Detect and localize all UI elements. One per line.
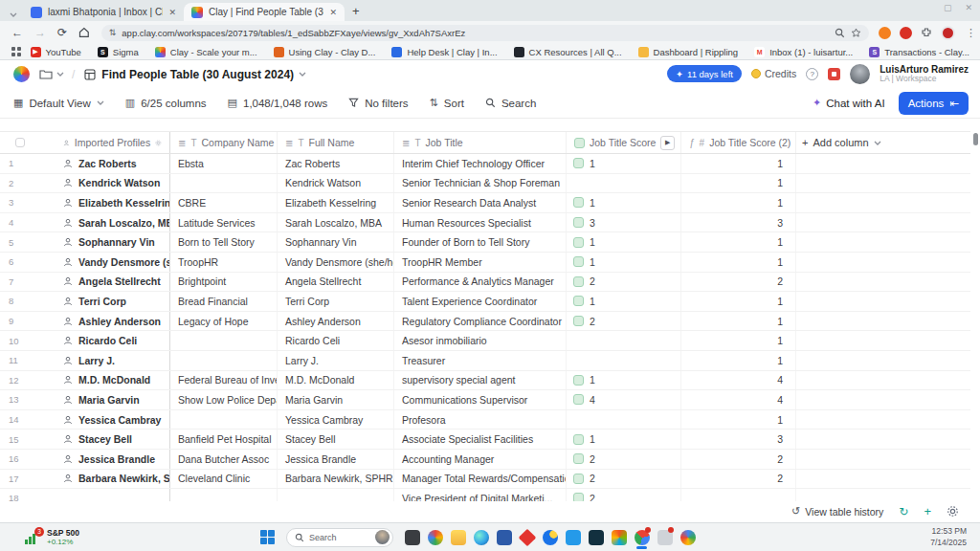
rows-button[interactable]: ▤1,048/1,048 rows <box>228 97 328 109</box>
job-title-score-cell[interactable] <box>567 351 681 370</box>
imported-profile-cell[interactable]: Vandy Densmore (sh... <box>29 253 170 272</box>
select-all-checkbox[interactable] <box>15 138 25 147</box>
table-row[interactable]: 15 Stacey Bell Banfield Pet Hospital Sta… <box>0 430 970 450</box>
imported-profile-cell[interactable]: Elizabeth Kesselring <box>29 193 170 212</box>
add-row-icon[interactable]: + <box>924 504 931 518</box>
job-title-score-2-cell[interactable]: 3 <box>681 430 796 449</box>
home-icon[interactable] <box>78 27 90 38</box>
table-row[interactable]: 17 Barbara Newkirk, SP... Cleveland Clin… <box>0 470 970 490</box>
table-row[interactable]: 8 Terri Corp Bread Financial Terri Corp … <box>0 292 970 312</box>
column-header-job-title-score-2[interactable]: ƒ#Job Title Score (2) <box>681 132 796 153</box>
browser-profile-avatar[interactable] <box>941 26 955 40</box>
extensions-puzzle-icon[interactable] <box>921 27 932 38</box>
job-title-cell[interactable]: Talent Experience Coordinator <box>394 292 567 311</box>
table-row[interactable]: 13 Maria Garvin Show Low Police Departme… <box>0 390 970 410</box>
extension-icon[interactable] <box>879 27 891 39</box>
full-name-cell[interactable]: Barbara Newkirk, SPHR, CC... <box>278 470 394 489</box>
job-title-score-2-cell[interactable]: 1 <box>681 331 796 350</box>
bookmark-item[interactable]: Help Desk | Clay | In... <box>391 47 497 57</box>
job-title-score-2-cell[interactable]: 1 <box>681 232 796 252</box>
job-title-cell[interactable]: Profesora <box>394 410 567 430</box>
company-name-cell[interactable]: Legacy of Hope <box>170 312 278 331</box>
company-name-cell[interactable]: CBRE <box>170 193 278 212</box>
imported-profile-cell[interactable]: Yessica Cambray <box>29 410 170 430</box>
swirl-app-icon[interactable] <box>541 526 559 549</box>
table-row[interactable]: 16 Jessica Brandle Dana Butcher Assoc Je… <box>0 450 970 470</box>
company-name-cell[interactable]: Ebsta <box>170 154 278 173</box>
tab-search-chevron-icon[interactable] <box>10 12 17 17</box>
clay-logo[interactable] <box>13 66 30 82</box>
job-title-score-2-cell[interactable]: 1 <box>681 174 796 193</box>
colorful-grid-icon[interactable] <box>610 526 628 549</box>
full-name-cell[interactable]: Sophannary Vin <box>278 232 394 252</box>
full-name-cell[interactable]: Jessica Brandle <box>278 450 394 469</box>
page-title[interactable]: Find People Table (30 August 2024) <box>101 68 294 81</box>
company-name-cell[interactable] <box>170 410 278 430</box>
tab-close-icon[interactable]: ✕ <box>168 8 176 17</box>
bookmark-item[interactable]: M Inbox (1) - luisartur... <box>754 47 853 57</box>
imported-profile-cell[interactable]: Angela Stellrecht <box>29 273 170 292</box>
company-name-cell[interactable]: Banfield Pet Hospital <box>170 430 278 449</box>
taskbar-clock[interactable]: 12:53 PM 7/14/2025 <box>930 526 967 547</box>
job-title-cell[interactable]: Regulatory Compliance Coordinator <box>394 312 567 331</box>
table-row[interactable]: 5 Sophannary Vin Born to Tell Story Soph… <box>0 232 970 253</box>
chrome-beta-icon[interactable] <box>679 526 697 549</box>
company-name-cell[interactable]: Brightpoint <box>170 273 278 292</box>
table-row[interactable]: 2 Kendrick Watson Kendrick Watson Senior… <box>0 174 970 194</box>
column-header-job-title[interactable]: ≣TJob Title <box>394 132 567 153</box>
job-title-score-2-cell[interactable]: 1 <box>681 312 796 331</box>
table-row[interactable]: 6 Vandy Densmore (sh... TroopHR Vandy De… <box>0 253 970 273</box>
add-column-button[interactable]: +Add column <box>796 132 970 153</box>
table-row[interactable]: 7 Angela Stellrecht Brightpoint Angela S… <box>0 273 970 293</box>
full-name-cell[interactable]: Ashley Anderson <box>278 312 394 331</box>
job-title-score-cell[interactable] <box>567 410 681 430</box>
job-title-score-2-cell[interactable]: 2 <box>681 273 796 292</box>
notepad-icon[interactable] <box>403 526 421 549</box>
apps-grid-icon[interactable] <box>11 47 21 56</box>
job-title-score-2-cell[interactable]: 3 <box>681 213 796 232</box>
job-title-score-cell[interactable]: 2 <box>567 470 681 489</box>
company-name-cell[interactable]: Show Low Police Department <box>170 390 278 409</box>
table-row[interactable]: 9 Ashley Anderson Legacy of Hope Ashley … <box>0 312 970 332</box>
full-name-cell[interactable]: Ricardo Celi <box>278 331 394 350</box>
job-title-cell[interactable]: Founder of Born to Tell Story <box>394 232 567 252</box>
column-header-imported-profiles[interactable]: Imported Profiles <box>29 132 170 153</box>
job-title-cell[interactable]: Performance & Analytics Manager <box>394 273 567 292</box>
company-name-cell[interactable]: Cleveland Clinic <box>170 470 278 489</box>
run-column-button[interactable]: ▶ <box>660 136 675 150</box>
full-name-cell[interactable]: Maria Garvin <box>278 390 394 409</box>
vertical-scrollbar[interactable] <box>973 133 978 145</box>
table-row[interactable]: 11 Larry J. Larry J. Treasurer 1 <box>0 351 970 371</box>
record-icon[interactable] <box>828 68 840 80</box>
bookmark-item[interactable]: Dashboard | Rippling <box>638 47 739 57</box>
credits-button[interactable]: Credits <box>751 68 796 79</box>
start-button[interactable] <box>260 530 275 544</box>
job-title-score-cell[interactable]: 1 <box>567 253 681 272</box>
imported-profile-cell[interactable]: Zac Roberts <box>29 154 170 173</box>
job-title-score-cell[interactable]: 3 <box>567 213 681 232</box>
browser-tab-active[interactable]: Clay | Find People Table (30 Au... ✕ <box>184 3 345 21</box>
job-title-score-2-cell[interactable]: 1 <box>681 410 796 430</box>
dark-app-icon[interactable] <box>587 526 605 549</box>
company-name-cell[interactable]: Bread Financial <box>170 292 278 311</box>
full-name-cell[interactable]: M.D. McDonald <box>278 371 394 390</box>
job-title-cell[interactable]: Senior Research Data Analyst <box>394 193 567 212</box>
bookmark-item[interactable]: S Transactions - Clay... <box>869 47 969 57</box>
company-name-cell[interactable] <box>170 331 278 350</box>
forward-icon[interactable]: → <box>34 26 46 39</box>
imported-profile-cell[interactable]: Maria Garvin <box>29 390 170 409</box>
file-explorer-icon[interactable] <box>449 526 467 549</box>
full-name-cell[interactable]: Sarah Loscalzo, MBA <box>278 213 394 232</box>
refresh-icon[interactable]: ↻ <box>899 505 908 518</box>
job-title-cell[interactable]: Associate Specialist Facilities <box>394 430 567 449</box>
column-header-full-name[interactable]: ≣TFull Name <box>278 132 394 153</box>
table-row[interactable]: 4 Sarah Loscalzo, MBA Latitude Services … <box>0 213 970 233</box>
folder-chevron-icon[interactable] <box>56 72 64 77</box>
job-title-cell[interactable]: Treasurer <box>394 351 567 370</box>
job-title-cell[interactable]: supervisory special agent <box>394 371 567 390</box>
job-title-score-2-cell[interactable]: 1 <box>681 351 796 370</box>
job-title-score-cell[interactable]: 1 <box>567 430 681 449</box>
photos-icon[interactable] <box>426 526 444 549</box>
table-row[interactable]: 3 Elizabeth Kesselring CBRE Elizabeth Ke… <box>0 193 970 213</box>
bookmark-item[interactable]: Using Clay - Clay D... <box>274 47 376 57</box>
